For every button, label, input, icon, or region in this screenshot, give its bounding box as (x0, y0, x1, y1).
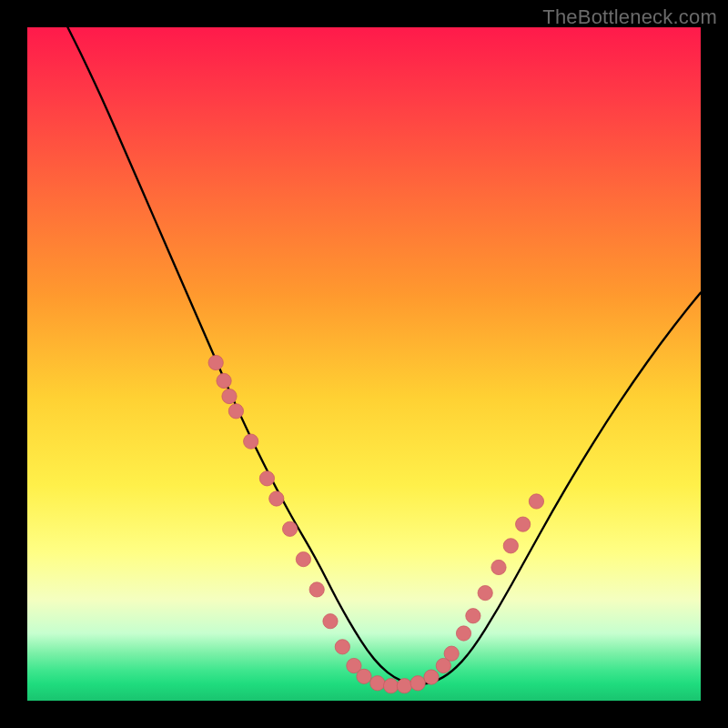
curve-marker (383, 679, 398, 693)
curve-marker (503, 539, 518, 553)
curve-marker (516, 517, 531, 531)
curve-marker (444, 646, 459, 661)
curve-marker (217, 373, 231, 388)
curve-marker (259, 471, 274, 486)
curve-marker (222, 389, 237, 403)
curve-marker (228, 404, 243, 419)
curve-marker (491, 560, 506, 574)
curve-marker (456, 626, 470, 641)
curve-layer (27, 27, 701, 701)
curve-marker (529, 494, 543, 509)
watermark-text: TheBottleneck.com (542, 5, 717, 29)
chart-stage: TheBottleneck.com (0, 0, 728, 728)
curve-marker (282, 521, 297, 536)
curve-marker (208, 355, 223, 369)
curve-marker (410, 676, 425, 691)
curve-marker (269, 491, 284, 506)
curve-marker (357, 669, 371, 683)
curve-marker (323, 614, 338, 629)
plot-area (27, 27, 701, 701)
curve-marker (370, 676, 385, 691)
curve-marker (478, 585, 492, 600)
marker-group (208, 355, 544, 693)
curve-marker (309, 582, 324, 597)
curve-marker (424, 670, 439, 684)
curve-marker (244, 434, 258, 449)
curve-marker (397, 679, 411, 693)
bottleneck-curve (67, 27, 701, 684)
curve-marker (296, 551, 310, 566)
curve-marker (466, 609, 480, 623)
curve-marker (335, 640, 349, 654)
